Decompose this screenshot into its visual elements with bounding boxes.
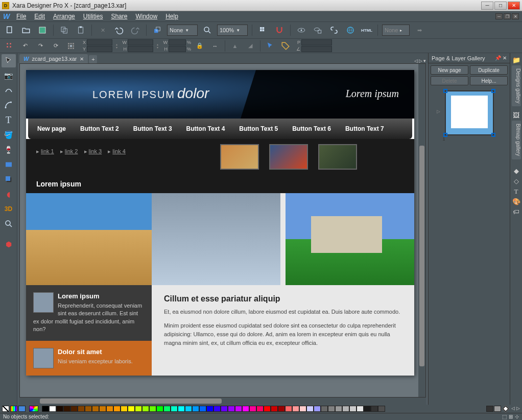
mdi-close-button[interactable]: ✕ (512, 13, 519, 19)
color-swatch-15[interactable] (149, 406, 156, 412)
nav-item-2[interactable]: Button Text 3 (128, 122, 177, 135)
no-color-swatch[interactable] (2, 406, 9, 412)
zoom-dropdown[interactable]: 100%▼ (217, 25, 248, 36)
flip-v-button[interactable]: ◢ (244, 39, 257, 53)
w-input[interactable] (128, 39, 153, 45)
color-swatch-29[interactable] (249, 406, 256, 412)
horizontal-scrollbar[interactable] (19, 398, 426, 405)
paste-button[interactable] (74, 24, 87, 37)
name-gallery-icon[interactable]: 🏷 (512, 207, 521, 217)
current-line-swatch[interactable] (494, 406, 501, 412)
link-button[interactable] (327, 24, 341, 37)
thumb-1[interactable] (220, 144, 259, 170)
crumb-2[interactable]: link 3 (89, 148, 102, 154)
freehand-tool[interactable] (2, 84, 16, 97)
color-swatch-13[interactable] (135, 406, 142, 412)
color-gallery-icon[interactable]: 🎨 (512, 197, 521, 206)
grid-button[interactable] (256, 24, 270, 37)
color-swatch-18[interactable] (171, 406, 178, 412)
x-input[interactable] (87, 39, 112, 45)
color-swatch-23[interactable] (206, 406, 213, 412)
designs-gallery-tab[interactable]: Designs gallery (512, 65, 521, 106)
color-swatch-40[interactable] (328, 406, 335, 412)
color-swatch-44[interactable] (357, 406, 364, 412)
preview-button[interactable] (295, 24, 308, 37)
menu-share[interactable]: Share (108, 12, 130, 20)
color-swatch-14[interactable] (142, 406, 149, 412)
panel-duplicate-button[interactable]: Duplicate (470, 65, 508, 75)
rectangle-tool[interactable] (2, 158, 16, 171)
nav-item-4[interactable]: Button Text 5 (234, 122, 283, 135)
p-input[interactable] (301, 39, 332, 45)
tab-list-button[interactable]: ▾ (423, 58, 426, 63)
mdi-minimize-button[interactable]: ─ (495, 13, 503, 19)
undo-button[interactable] (112, 24, 126, 37)
redo-button[interactable] (129, 24, 142, 37)
color-swatch-25[interactable] (221, 406, 228, 412)
color-swatch-21[interactable] (192, 406, 199, 412)
color-swatch-26[interactable] (228, 406, 235, 412)
page[interactable]: LOREM IPSUMdolor Lorem ipsum New page Bu… (26, 70, 414, 376)
new-tab-button[interactable]: + (89, 55, 97, 63)
xy-spin-down[interactable]: ▾ (114, 46, 118, 49)
quality-dropdown[interactable]: None▼ (167, 25, 198, 36)
color-swatch-0[interactable] (42, 406, 49, 412)
selector-tool[interactable] (2, 54, 16, 67)
nav-item-5[interactable]: Button Text 6 (287, 122, 336, 135)
color-swatch-16[interactable] (156, 406, 163, 412)
mdi-restore-button[interactable]: ❐ (504, 13, 511, 19)
color-swatch-31[interactable] (264, 406, 271, 412)
h-percent-input[interactable] (169, 46, 186, 52)
save-button[interactable] (36, 24, 49, 37)
expand-page-icon[interactable]: ▷ (437, 109, 440, 114)
tag-button[interactable] (279, 39, 292, 53)
color-swatch-10[interactable] (113, 406, 121, 412)
bevel-tool[interactable]: ◖ (2, 188, 16, 201)
panel-pin-button[interactable]: 📌 (495, 55, 501, 61)
menu-edit[interactable]: Edit (31, 12, 48, 20)
rotate-free-button[interactable]: ⟳ (49, 39, 62, 53)
live-drag-indicator[interactable]: ⬚ (502, 414, 507, 419)
color-swatch-2[interactable] (56, 406, 63, 412)
color-swatch-47[interactable] (378, 406, 385, 412)
shape-tool[interactable] (2, 99, 16, 112)
photo-tool[interactable]: 📷 (2, 69, 16, 82)
crumb-3[interactable]: link 4 (112, 148, 126, 154)
flip-h-button[interactable]: ▲ (228, 39, 242, 53)
color-swatch-7[interactable] (92, 406, 99, 412)
reference-point-button[interactable] (64, 39, 78, 53)
live-effects-tool[interactable]: ⬢ (2, 238, 16, 251)
nav-item-1[interactable]: Button Text 2 (75, 122, 124, 135)
current-fill-swatch[interactable] (486, 406, 493, 412)
color-swatch-9[interactable] (106, 406, 113, 412)
export-web-button[interactable] (344, 24, 357, 37)
fill-gallery-icon[interactable]: ◆ (512, 167, 521, 176)
new-color-button[interactable] (29, 406, 38, 412)
line-gallery-icon[interactable]: ◇ (512, 177, 521, 186)
rotate-right-button[interactable]: ↷ (34, 39, 47, 53)
export-html-button[interactable]: HTML (360, 24, 373, 37)
extrude-tool[interactable]: 3D (2, 202, 16, 216)
color-swatch-38[interactable] (314, 406, 321, 412)
snap-button[interactable] (273, 24, 286, 37)
color-swatch-19[interactable] (178, 406, 185, 412)
fill-tool[interactable]: 🪣 (2, 128, 16, 142)
eyedropper-button[interactable] (18, 406, 26, 412)
color-swatch-46[interactable] (371, 406, 378, 412)
color-swatch-34[interactable] (285, 406, 292, 412)
close-button[interactable]: ✕ (508, 2, 520, 10)
scale-lines-button[interactable]: ↔ (208, 39, 222, 53)
panel-delete-button[interactable]: Delete (431, 76, 468, 85)
canvas[interactable]: LOREM IPSUMdolor Lorem ipsum New page Bu… (19, 63, 426, 398)
open-button[interactable] (19, 24, 33, 37)
color-swatch-8[interactable] (99, 406, 106, 412)
color-swatch-36[interactable] (299, 406, 306, 412)
vertical-scrollbar[interactable] (418, 64, 425, 397)
thumb-2[interactable] (269, 144, 308, 170)
menu-file[interactable]: File (13, 12, 29, 20)
color-swatch-30[interactable] (256, 406, 264, 412)
color-swatch-32[interactable] (271, 406, 278, 412)
color-swatch-20[interactable] (185, 406, 192, 412)
bitmap-gallery-tab[interactable]: Bitmap gallery (512, 121, 521, 159)
colorbar-scroll-right[interactable]: ▷ (516, 406, 520, 412)
